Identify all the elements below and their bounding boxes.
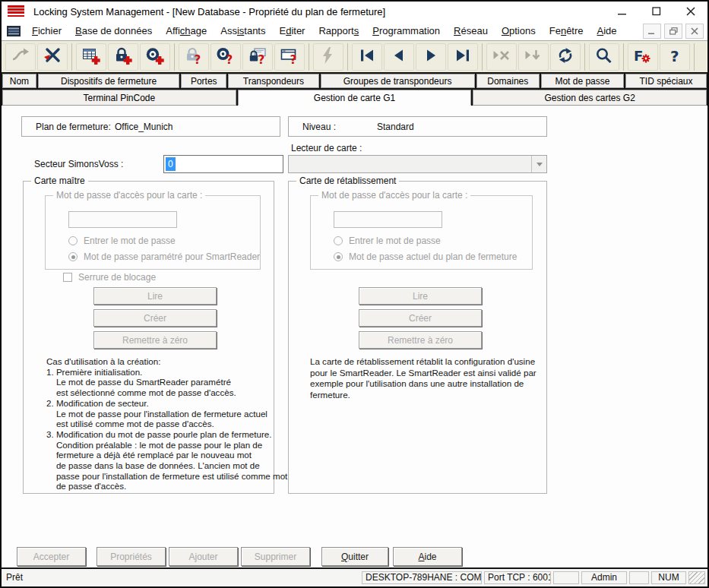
search-button[interactable]	[589, 43, 619, 71]
secteur-value: 0	[166, 157, 176, 171]
menu-aide[interactable]: Aide	[590, 25, 624, 36]
svg-text:?: ?	[670, 46, 679, 65]
tab-terminal-pincode[interactable]: Terminal PinCode	[2, 90, 236, 106]
remettre-a-zero-button[interactable]: Remettre à zéro	[93, 331, 217, 349]
checkbox-icon	[63, 273, 72, 282]
lire-button[interactable]: Lire	[93, 287, 217, 305]
toolbar-separator	[482, 43, 483, 71]
filter-settings-button[interactable]: F	[628, 43, 658, 71]
tab-transpondeurs[interactable]: Transpondeurs	[228, 74, 318, 88]
proprietes-button[interactable]: Propriétés	[97, 547, 166, 566]
tab-gestion-des-cartes-g2[interactable]: Gestion des cartes G2	[473, 90, 707, 106]
app-window: Locking System Management - [New Databas…	[0, 0, 709, 588]
search-icon	[594, 46, 614, 68]
minimize-icon	[618, 7, 627, 16]
plan-value: Office_Munich	[115, 122, 173, 132]
last-record-button[interactable]	[448, 43, 478, 71]
read-card-button[interactable]: ?	[274, 43, 305, 71]
program-button[interactable]	[313, 43, 343, 71]
close-button[interactable]	[673, 2, 707, 21]
maximize-button[interactable]	[639, 2, 673, 21]
refresh-button[interactable]	[550, 43, 581, 71]
status-admin: Admin	[581, 571, 627, 584]
niveau-box: Niveau : Standard	[288, 116, 547, 137]
carte-retablissement-radio-actuel[interactable]: Mot de passe actuel du plan de fermeture	[334, 251, 517, 262]
menu-bar: FichierBase de donnéesAffichageAssistant…	[2, 21, 707, 41]
new-transponder-button[interactable]	[140, 43, 170, 71]
menu-reseau[interactable]: Réseau	[447, 25, 495, 36]
menu-fenetre[interactable]: Fenêtre	[543, 25, 590, 36]
radio-icon	[334, 236, 343, 245]
lire-button[interactable]: Lire	[359, 287, 482, 305]
ajouter-button[interactable]: Ajouter	[169, 547, 238, 566]
tab-domaines[interactable]: Domaines	[476, 74, 540, 88]
new-lock-button[interactable]	[108, 43, 138, 71]
aide-button[interactable]: Aide	[393, 547, 462, 566]
creer-button[interactable]: Créer	[93, 309, 217, 327]
svg-text:F: F	[634, 47, 643, 63]
carte-maitre-radio-parametre[interactable]: Mot de passe paramétré pour SmartReader	[68, 251, 260, 262]
disconnect-button[interactable]	[37, 43, 68, 71]
status-bar: Prêt DESKTOP-789HANE : COM(*)Port TCP : …	[2, 567, 707, 586]
read-transponder-button[interactable]: ?	[210, 43, 241, 71]
mdi-minimize-button[interactable]	[643, 24, 661, 39]
tab-mot-de-passe[interactable]: Mot de passe	[541, 74, 624, 88]
toolbar-separator	[309, 43, 309, 71]
carte-retablissement-password-group: Mot de passe d'accès pour la carte : Ent…	[310, 195, 533, 270]
accepter-button[interactable]: Accepter	[17, 547, 86, 566]
status-num: NUM	[651, 571, 686, 584]
menu-assistants[interactable]: Assistants	[214, 25, 272, 36]
menu-fichier[interactable]: Fichier	[25, 25, 68, 36]
mdi-close-button[interactable]	[685, 24, 704, 39]
tab-groupes-de-transpondeurs[interactable]: Groupes de transpondeurs	[321, 74, 475, 88]
minimize-button[interactable]	[605, 2, 639, 21]
lecteur-combobox[interactable]	[288, 155, 547, 173]
menu-programmation[interactable]: Programmation	[366, 25, 447, 36]
mdi-restore-button[interactable]	[664, 24, 682, 39]
tab-gestion-de-carte-g1[interactable]: Gestion de carte G1	[238, 90, 472, 106]
serrure-blocage-checkbox[interactable]: Serrure de blocage	[63, 272, 156, 283]
filter-settings-icon: F	[633, 46, 653, 68]
plan-de-fermeture-box: Plan de fermeture: Office_Munich	[21, 116, 280, 137]
creer-button[interactable]: Créer	[359, 309, 482, 327]
status-desktop-789hane-com: DESKTOP-789HANE : COM(*)	[362, 571, 482, 584]
menu-base-de-donnees[interactable]: Base de données	[68, 25, 159, 36]
carte-retablissement-title: Carte de rétablissement	[296, 175, 399, 186]
svg-text:?: ?	[290, 53, 297, 65]
commit-record-button[interactable]	[518, 43, 549, 71]
menu-affichage[interactable]: Affichage	[159, 25, 214, 36]
menu-options[interactable]: Options	[495, 25, 543, 36]
tab-strip: NomDispositifs de fermeturePortesTranspo…	[2, 72, 707, 106]
carte-maitre-radio-entrer[interactable]: Entrer le mot de passe	[68, 236, 176, 246]
radio-label: Mot de passe actuel du plan de fermeture	[349, 251, 517, 262]
document-icon	[7, 26, 21, 36]
new-locking-plan-button[interactable]	[76, 43, 106, 71]
tab-portes[interactable]: Portes	[181, 74, 226, 88]
commit-record-icon	[524, 46, 543, 68]
svg-text:?: ?	[258, 53, 265, 65]
previous-record-button[interactable]	[384, 43, 414, 71]
remettre-a-zero-button[interactable]: Remettre à zéro	[359, 331, 482, 349]
read-lock-card-button[interactable]: ?	[242, 43, 273, 71]
supprimer-button[interactable]: Supprimer	[241, 547, 310, 566]
menu-editer[interactable]: Editer	[272, 25, 312, 36]
status-segments: DESKTOP-789HANE : COM(*)Port TCP : 6001A…	[362, 571, 705, 584]
carte-retablissement-password-input[interactable]	[334, 211, 442, 228]
toolbar: ????F?	[2, 41, 707, 72]
status-ready: Prêt	[6, 572, 23, 583]
secteur-input[interactable]: 0	[163, 155, 283, 173]
tab-nom[interactable]: Nom	[2, 74, 36, 88]
carte-retablissement-radio-entrer[interactable]: Entrer le mot de passe	[334, 236, 441, 246]
first-record-button[interactable]	[352, 43, 382, 71]
disconnect-icon	[43, 46, 62, 68]
discard-record-button[interactable]	[486, 43, 517, 71]
sync-arrows-button[interactable]	[5, 43, 36, 71]
menu-rapports[interactable]: Rapports	[312, 25, 366, 36]
read-lock-button[interactable]: ?	[179, 43, 209, 71]
tab-dispositifs-de-fermeture[interactable]: Dispositifs de fermeture	[38, 74, 179, 88]
tab-tid-speciaux[interactable]: TID spéciaux	[625, 74, 707, 88]
next-record-button[interactable]	[416, 43, 446, 71]
quitter-button[interactable]: Quitter	[321, 547, 388, 566]
help-button[interactable]: ?	[660, 43, 690, 71]
carte-maitre-password-input[interactable]	[68, 211, 177, 228]
